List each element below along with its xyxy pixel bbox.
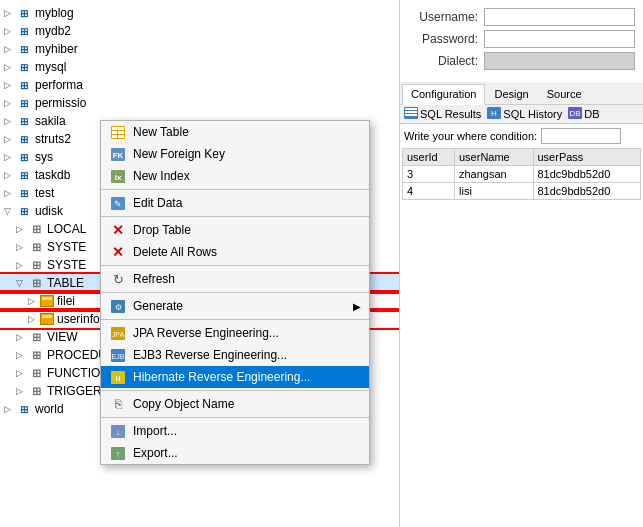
tree-label: TRIGGER <box>47 384 102 398</box>
db-icon: ⊞ <box>16 113 32 129</box>
menu-item-copy-name[interactable]: ⎘ Copy Object Name <box>101 393 369 415</box>
menu-item-generate[interactable]: ⚙ Generate ▶ <box>101 295 369 317</box>
table-header-row: userId userName userPass <box>403 149 641 166</box>
hibernate-icon: H <box>109 369 127 385</box>
submenu-arrow: ▶ <box>353 301 361 312</box>
menu-item-edit-data[interactable]: ✎ Edit Data <box>101 192 369 214</box>
folder-icon: ⊞ <box>28 365 44 381</box>
col-username: userName <box>455 149 534 166</box>
tree-label: sakila <box>35 114 66 128</box>
menu-item-delete-rows[interactable]: ✕ Delete All Rows <box>101 241 369 263</box>
menu-item-new-index[interactable]: Ix New Index <box>101 165 369 187</box>
tree-label: sys <box>35 150 53 164</box>
table-row: 3zhangsan81dc9bdb52d0 <box>403 166 641 183</box>
username-input[interactable] <box>484 8 635 26</box>
folder-icon: ⊞ <box>28 383 44 399</box>
db-icon: ⊞ <box>16 203 32 219</box>
menu-label: Edit Data <box>133 196 182 210</box>
expand-icon: ▷ <box>16 224 26 234</box>
svg-text:FK: FK <box>113 151 124 160</box>
menu-item-ejb3[interactable]: EJB EJB3 Reverse Engineering... <box>101 344 369 366</box>
username-label: Username: <box>408 10 478 24</box>
db-icon: ⊞ <box>16 149 32 165</box>
tree-label: SYSTE <box>47 240 86 254</box>
svg-rect-27 <box>405 114 417 116</box>
results-table: userId userName userPass 3zhangsan81dc9b… <box>402 148 641 200</box>
folder-icon: ⊞ <box>28 347 44 363</box>
menu-item-new-table[interactable]: New Table <box>101 121 369 143</box>
menu-item-drop-table[interactable]: ✕ Drop Table <box>101 219 369 241</box>
separator-6 <box>101 390 369 391</box>
tree-label: struts2 <box>35 132 71 146</box>
context-menu: New Table FK New Foreign Key Ix New Inde… <box>100 120 370 465</box>
svg-text:⚙: ⚙ <box>115 303 122 312</box>
folder-icon: ⊞ <box>28 239 44 255</box>
gen-icon: ⚙ <box>109 298 127 314</box>
expand-icon: ▷ <box>4 170 14 180</box>
cell-userid: 3 <box>403 166 455 183</box>
tree-item-myhiber[interactable]: ▷ ⊞ myhiber <box>0 40 399 58</box>
tree-item-myblog[interactable]: ▷ ⊞ myblog <box>0 4 399 22</box>
expand-icon: ▷ <box>16 386 26 396</box>
tab-configuration[interactable]: Configuration <box>402 84 485 105</box>
expand-icon: ▷ <box>28 296 38 306</box>
svg-text:Ix: Ix <box>115 173 122 182</box>
svg-rect-3 <box>118 131 124 134</box>
dialect-input[interactable] <box>484 52 635 70</box>
tab-bar: Configuration Design Source <box>400 82 643 105</box>
ejb-icon: EJB <box>109 347 127 363</box>
menu-label: Export... <box>133 446 178 460</box>
results-area: userId userName userPass 3zhangsan81dc9b… <box>400 148 643 200</box>
menu-item-export[interactable]: ↑ Export... <box>101 442 369 464</box>
db-tab-icon: DB <box>568 107 582 121</box>
menu-item-refresh[interactable]: ↻ Refresh <box>101 268 369 290</box>
tree-label: mysql <box>35 60 66 74</box>
tree-item-permissio[interactable]: ▷ ⊞ permissio <box>0 94 399 112</box>
db-icon: ⊞ <box>16 23 32 39</box>
sql-history-label: SQL History <box>503 108 562 120</box>
tree-label: permissio <box>35 96 86 110</box>
where-input[interactable] <box>541 128 621 144</box>
x-icon: ✕ <box>109 244 127 260</box>
cell-username: lisi <box>455 183 534 200</box>
tree-item-performa[interactable]: ▷ ⊞ performa <box>0 76 399 94</box>
separator-4 <box>101 292 369 293</box>
cell-userpass: 81dc9bdb52d0 <box>533 166 641 183</box>
tree-item-mydb2[interactable]: ▷ ⊞ mydb2 <box>0 22 399 40</box>
history-icon: H <box>487 107 501 121</box>
expand-icon: ▷ <box>4 404 14 414</box>
tree-item-mysql[interactable]: ▷ ⊞ mysql <box>0 58 399 76</box>
index-icon: Ix <box>109 168 127 184</box>
dialect-row: Dialect: <box>408 52 635 70</box>
expand-icon: ▷ <box>16 260 26 270</box>
table-icon <box>40 295 54 307</box>
tree-label: VIEW <box>47 330 78 344</box>
db-tab[interactable]: DB DB <box>568 107 599 121</box>
menu-item-hibernate[interactable]: H Hibernate Reverse Engineering... <box>101 366 369 388</box>
db-label: DB <box>584 108 599 120</box>
edit-icon: ✎ <box>109 195 127 211</box>
db-icon: ⊞ <box>16 131 32 147</box>
menu-item-jpa[interactable]: JPA JPA Reverse Engineering... <box>101 322 369 344</box>
folder-icon: ⊞ <box>28 257 44 273</box>
col-userpass: userPass <box>533 149 641 166</box>
tab-design[interactable]: Design <box>485 84 537 104</box>
svg-text:EJB: EJB <box>112 353 125 360</box>
table-icon <box>40 313 54 325</box>
menu-item-new-fk[interactable]: FK New Foreign Key <box>101 143 369 165</box>
expand-icon: ▷ <box>28 314 38 324</box>
svg-rect-4 <box>112 135 117 138</box>
sql-results-tab[interactable]: SQL Results <box>404 107 481 121</box>
svg-text:JPA: JPA <box>112 331 125 338</box>
username-row: Username: <box>408 8 635 26</box>
tree-label: taskdb <box>35 168 70 182</box>
password-input[interactable] <box>484 30 635 48</box>
sql-history-tab[interactable]: H SQL History <box>487 107 562 121</box>
jpa-icon: JPA <box>109 325 127 341</box>
expand-icon: ▷ <box>4 134 14 144</box>
expand-icon: ▷ <box>4 8 14 18</box>
table-row: 4lisi81dc9bdb52d0 <box>403 183 641 200</box>
menu-item-import[interactable]: ↓ Import... <box>101 420 369 442</box>
tree-label: LOCAL <box>47 222 86 236</box>
tab-source[interactable]: Source <box>538 84 591 104</box>
